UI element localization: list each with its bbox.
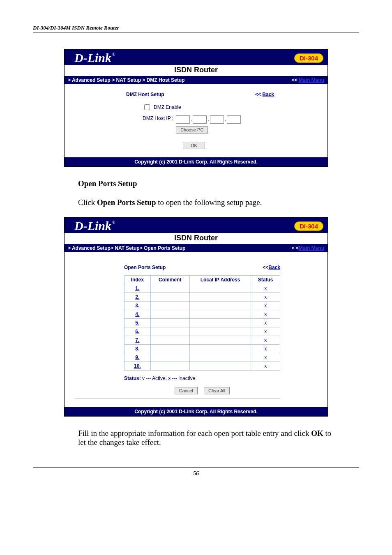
ip-octet-3[interactable] bbox=[210, 115, 224, 124]
cell-local-ip bbox=[189, 284, 251, 293]
cell-comment bbox=[150, 319, 189, 327]
registered-mark: ® bbox=[112, 220, 115, 225]
cell-status: x bbox=[251, 362, 280, 371]
brand-logo: D-Link® bbox=[69, 51, 115, 65]
cell-local-ip bbox=[189, 336, 251, 345]
breadcrumb: > Advanced Setup > NAT Setup > DMZ Host … bbox=[65, 76, 327, 84]
index-link[interactable]: 6. bbox=[135, 329, 139, 334]
ip-dot: . bbox=[225, 117, 226, 122]
choose-pc-button[interactable]: Choose PC bbox=[176, 126, 208, 134]
cell-local-ip bbox=[189, 293, 251, 302]
main-menu-link[interactable]: Main Menu bbox=[299, 77, 324, 83]
cell-comment bbox=[150, 293, 189, 302]
dmz-enable-label: DMZ Enable bbox=[154, 104, 181, 110]
index-link[interactable]: 2. bbox=[135, 294, 139, 300]
table-row: 7.x bbox=[125, 336, 280, 345]
cell-local-ip bbox=[189, 353, 251, 362]
back-link-wrap[interactable]: <<Back bbox=[263, 265, 280, 270]
cell-local-ip bbox=[189, 302, 251, 310]
copyright-bar: Copyright (c) 2001 D-Link Corp. All Righ… bbox=[65, 407, 327, 416]
table-row: 1.x bbox=[125, 284, 280, 293]
intro-prefix: Click bbox=[78, 198, 97, 207]
table-row: 4.x bbox=[125, 310, 280, 319]
index-link[interactable]: 1. bbox=[135, 286, 139, 291]
cell-comment bbox=[150, 310, 189, 319]
cell-index: 10. bbox=[125, 362, 151, 371]
main-menu-link-wrap[interactable]: << Main Menu bbox=[292, 77, 324, 83]
cell-status: x bbox=[251, 345, 280, 353]
table-row: 3.x bbox=[125, 302, 280, 310]
ip-octet-1[interactable] bbox=[176, 115, 190, 124]
index-link[interactable]: 9. bbox=[135, 355, 139, 360]
clear-all-button[interactable]: Clear All bbox=[204, 387, 230, 394]
cell-comment bbox=[150, 302, 189, 310]
col-comment: Comment bbox=[150, 276, 189, 284]
ok-button[interactable]: OK bbox=[183, 142, 205, 149]
open-ports-table: Index Comment Local IP Address Status 1.… bbox=[124, 275, 280, 371]
cell-status: x bbox=[251, 319, 280, 327]
screenshot-open-ports: D-Link® DI-304 ISDN Router > Advanced Se… bbox=[64, 217, 328, 417]
cell-index: 4. bbox=[125, 310, 151, 319]
screenshot-dmz: D-Link® DI-304 ISDN Router > Advanced Se… bbox=[64, 49, 328, 167]
back-link[interactable]: Back bbox=[262, 92, 274, 97]
index-link[interactable]: 7. bbox=[135, 337, 139, 343]
back-prefix: << bbox=[263, 265, 268, 270]
status-legend: Status: v --- Active, x --- Inactive bbox=[124, 375, 311, 381]
registered-mark: ® bbox=[112, 52, 115, 57]
intro-paragraph: Click Open Ports Setup to open the follo… bbox=[78, 198, 339, 207]
cancel-button[interactable]: Cancel bbox=[175, 387, 198, 394]
section-heading: Open Ports Setup bbox=[78, 179, 339, 188]
footer-rule bbox=[33, 467, 359, 468]
main-menu-link[interactable]: Main Menu bbox=[299, 245, 324, 251]
index-link[interactable]: 10. bbox=[134, 363, 141, 369]
section-title: Open Ports Setup bbox=[124, 265, 166, 270]
router-title: ISDN Router bbox=[65, 233, 327, 244]
table-header-row: Index Comment Local IP Address Status bbox=[125, 276, 280, 284]
index-link[interactable]: 5. bbox=[135, 320, 139, 326]
section-title: DMZ Host Setup bbox=[126, 92, 164, 97]
cell-index: 3. bbox=[125, 302, 151, 310]
dmz-enable-checkbox[interactable] bbox=[144, 104, 150, 110]
outro-paragraph: Fill in the appropriate information for … bbox=[78, 429, 339, 447]
back-link-wrap[interactable]: << Back bbox=[255, 92, 274, 97]
index-link[interactable]: 4. bbox=[135, 311, 139, 317]
cell-comment bbox=[150, 353, 189, 362]
back-link[interactable]: Back bbox=[268, 265, 280, 270]
col-status: Status bbox=[251, 276, 280, 284]
page-number: 56 bbox=[33, 470, 359, 477]
index-link[interactable]: 3. bbox=[135, 303, 139, 309]
cell-local-ip bbox=[189, 327, 251, 336]
col-index: Index bbox=[125, 276, 151, 284]
copyright-bar: Copyright (c) 2001 D-Link Corp. All Righ… bbox=[65, 157, 327, 166]
back-prefix: << bbox=[255, 92, 262, 97]
main-menu-link-wrap[interactable]: < <Main Menu bbox=[292, 245, 324, 251]
ip-octet-2[interactable] bbox=[193, 115, 207, 124]
cell-comment bbox=[150, 336, 189, 345]
table-row: 2.x bbox=[125, 293, 280, 302]
ip-octet-4[interactable] bbox=[227, 115, 241, 124]
cell-status: x bbox=[251, 310, 280, 319]
cell-index: 2. bbox=[125, 293, 151, 302]
cell-local-ip bbox=[189, 319, 251, 327]
outro-bold: OK bbox=[311, 429, 323, 438]
status-legend-text: v --- Active, x --- Inactive bbox=[141, 375, 196, 381]
doc-header: DI-304/DI-304M ISDN Remote Router bbox=[33, 25, 359, 31]
main-menu-prefix: < < bbox=[292, 245, 299, 251]
index-link[interactable]: 8. bbox=[135, 346, 139, 352]
intro-bold: Open Ports Setup bbox=[97, 198, 156, 207]
header-rule bbox=[33, 32, 359, 32]
ip-dot: . bbox=[191, 117, 192, 122]
cell-local-ip bbox=[189, 310, 251, 319]
col-localip: Local IP Address bbox=[189, 276, 251, 284]
brand-logo: D-Link® bbox=[69, 219, 115, 233]
cell-status: x bbox=[251, 284, 280, 293]
cell-status: x bbox=[251, 327, 280, 336]
model-badge: DI-304 bbox=[294, 53, 323, 63]
cell-status: x bbox=[251, 353, 280, 362]
cell-index: 5. bbox=[125, 319, 151, 327]
cell-index: 1. bbox=[125, 284, 151, 293]
cell-status: x bbox=[251, 336, 280, 345]
ip-dot: . bbox=[208, 117, 209, 122]
intro-suffix: to open the following setup page. bbox=[156, 198, 262, 207]
table-row: 8.x bbox=[125, 345, 280, 353]
